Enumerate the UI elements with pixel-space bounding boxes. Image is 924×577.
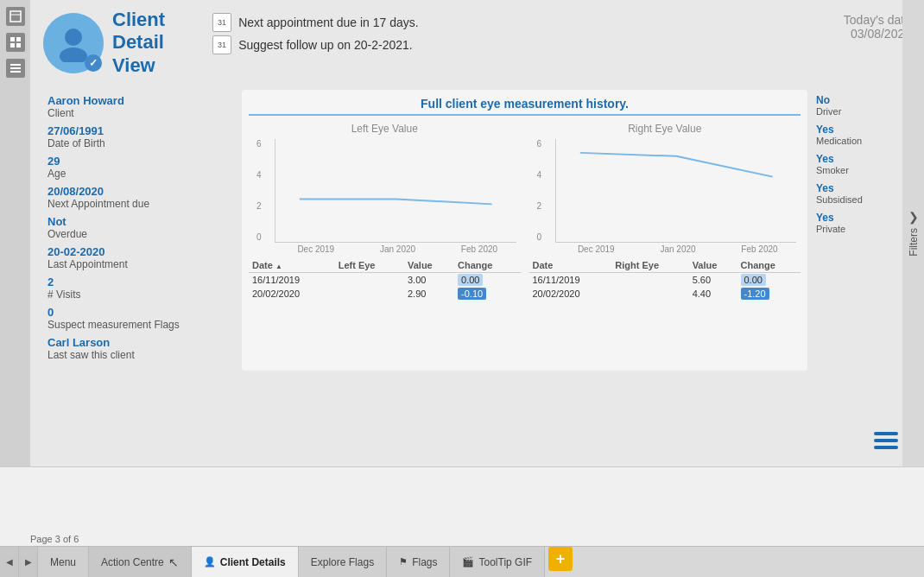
right-eye-chart: Right Eye Value 6420 Dec 2 [529,123,801,301]
main-content: ✓ Client Detail View 31 Next appointment… [30,0,924,466]
tab-next-button[interactable]: ▶ [19,547,38,577]
filters-panel[interactable]: ❯ Filters [902,0,924,466]
svg-rect-2 [10,37,15,41]
right-y-labels: 6420 [537,139,542,242]
left-eye-label: Left Eye Value [249,123,521,135]
svg-rect-8 [10,71,21,73]
right-eye-label: Right Eye Value [529,123,801,135]
right-info: No Driver Yes Medication Yes Smoker Yes … [812,90,915,371]
tab-tooltip-gif-label: ToolTip GIF [478,556,532,568]
left-col-value: Value [404,258,454,273]
subsidised-label: Subsidised [816,194,911,205]
table-row: 20/02/2020 4.40 -1.20 [529,287,801,301]
svg-rect-0 [10,11,21,22]
table-row: 16/11/2019 3.00 0.00 [249,273,521,288]
today-label: Today's date [844,13,911,27]
cell-change: -1.20 [737,287,801,301]
overdue-value: Not [47,215,229,228]
overdue-label: Overdue [47,228,229,240]
svg-rect-7 [10,67,21,69]
header: ✓ Client Detail View 31 Next appointment… [30,0,924,86]
left-col-date: Date ▲ [249,258,335,273]
visits-label: # Visits [47,288,229,301]
client-panel: Aaron Howard Client 27/06/1991 Date of B… [39,90,915,371]
dob-value: 27/06/1991 [47,124,229,137]
driver-label: Driver [816,106,911,117]
tab-action-centre-label: Action Centre [101,556,164,568]
svg-point-9 [65,29,82,46]
client-info: Aaron Howard Client 27/06/1991 Date of B… [39,90,237,371]
age-value: 29 [47,155,229,168]
driver-value: No [816,94,911,106]
cell-change: 0.00 [737,273,801,288]
cell-value: 5.60 [689,273,737,288]
right-x-labels: Dec 2019Jan 2020Feb 2020 [551,244,801,254]
tab-flags[interactable]: ⚑ Flags [387,547,450,577]
left-eye-chart-area: 6420 [275,139,516,243]
tab-explore-flags-label: Explore Flags [311,556,374,568]
charts-container: Left Eye Value 6420 Dec 20 [249,123,801,301]
right-col-eye: Right Eye [611,258,688,273]
tab-add-button[interactable]: + [548,547,573,571]
hamburger-line-3 [874,446,898,449]
private-value: Yes [816,212,911,224]
tab-menu[interactable]: Menu [38,547,89,577]
appointment-info: 31 Next appointment due in 17 days. 31 S… [212,9,844,58]
hamburger-menu[interactable] [874,432,898,449]
tab-client-details-icon: 👤 [204,556,216,567]
calendar-icon-2: 31 [212,35,231,54]
dob-label: Date of Birth [47,137,229,149]
cell-value: 2.90 [404,287,454,301]
medication-value: Yes [816,124,911,136]
svg-rect-6 [10,64,21,66]
right-col-value: Value [689,258,737,273]
avatar-check-icon: ✓ [85,54,102,72]
saw-label: Last saw this client [47,349,229,361]
svg-rect-4 [10,43,15,48]
age-label: Age [47,168,229,180]
cell-date: 20/02/2020 [529,287,612,301]
cursor-indicator: ↖ [168,555,179,569]
filters-label: Filters [908,228,920,257]
page-title: Client Detail View [112,9,165,77]
chart-title: Full client eye measurement history. [249,97,801,116]
filters-arrow-icon: ❯ [908,210,919,224]
next-appt-label: Next Appointment due [47,198,229,210]
chart-section: Full client eye measurement history. Lef… [242,90,807,371]
cell-eye [335,273,404,288]
tab-explore-flags[interactable]: Explore Flags [299,547,387,577]
appointment-text-1: Next appointment due in 17 days. [238,16,419,29]
tab-action-centre[interactable]: Action Centre ↖ [89,547,192,577]
appointment-text-2: Suggest follow up on 20-2-2021. [238,38,413,52]
right-eye-table: Date Right Eye Value Change 16/11/2019 5… [529,258,801,301]
table-row: 20/02/2020 2.90 -0.10 [249,287,521,301]
tab-client-details[interactable]: 👤 Client Details [192,547,299,577]
last-appt-label: Last Appointment [47,258,229,270]
tab-tooltip-gif[interactable]: 🎬 ToolTip GIF [450,547,545,577]
hamburger-line-1 [874,432,898,435]
cell-date: 16/11/2019 [249,273,335,288]
left-y-labels: 6420 [256,139,262,242]
cell-change: 0.00 [454,273,520,288]
left-x-labels: Dec 2019Jan 2020Feb 2020 [270,244,521,254]
last-appt-value: 20-02-2020 [47,245,229,258]
page-counter: Page 3 of 6 [30,534,79,544]
sidebar-icon-1[interactable] [6,7,25,26]
sidebar-icon-3[interactable] [6,59,25,78]
cell-change: -0.10 [454,287,520,301]
left-eye-chart: Left Eye Value 6420 Dec 20 [249,123,521,301]
sidebar-icon-2[interactable] [6,33,25,52]
left-eye-table: Date ▲ Left Eye Value Change 16/11/2019 … [249,258,521,301]
medication-label: Medication [816,136,911,146]
left-col-eye: Left Eye [335,258,404,273]
left-sidebar [0,0,30,466]
smoker-value: Yes [816,153,911,165]
client-name: Aaron Howard [47,94,229,107]
svg-point-10 [60,48,87,62]
today-date-section: Today's date 03/08/2020 [844,9,911,41]
cell-eye [611,287,688,301]
right-col-change: Change [737,258,801,273]
avatar: ✓ [43,13,104,73]
cell-date: 20/02/2020 [249,287,335,301]
tab-prev-button[interactable]: ◀ [0,547,19,577]
